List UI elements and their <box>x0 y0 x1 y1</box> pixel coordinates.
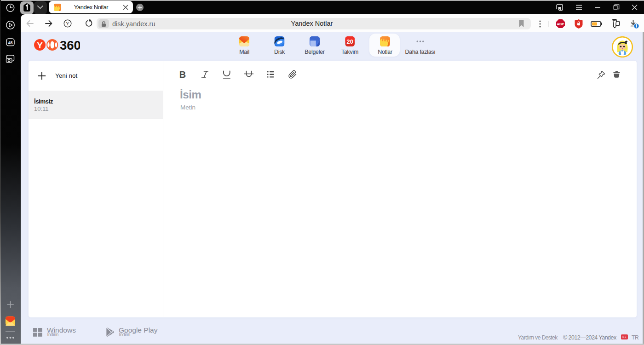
svg-text:B: B <box>179 69 186 80</box>
svg-text:360: 360 <box>60 39 80 51</box>
svg-text:20: 20 <box>346 38 353 45</box>
svg-text:Y: Y <box>66 21 69 26</box>
svg-text:ABP: ABP <box>557 22 564 26</box>
svg-text:Y: Y <box>37 40 43 50</box>
svg-text:45: 45 <box>8 40 12 45</box>
